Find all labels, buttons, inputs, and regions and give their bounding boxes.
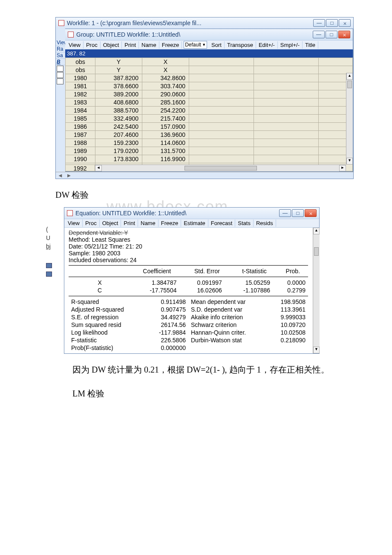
tb-stats[interactable]: Stats (235, 220, 254, 227)
cell-obs[interactable]: 1988 (66, 139, 95, 147)
series-icon[interactable] (57, 66, 63, 72)
cell-y[interactable]: 378.6600 (95, 82, 142, 90)
table-row[interactable]: 1985 332.4900 215.7400 (66, 115, 353, 123)
cell-x[interactable]: 157.0900 (142, 123, 189, 131)
series-icon[interactable] (57, 72, 63, 78)
cell-y[interactable]: 389.2000 (95, 90, 142, 98)
cell-y[interactable]: 173.8300 (95, 155, 142, 163)
horizontal-scrollbar[interactable]: ◄ ► (95, 165, 346, 171)
cell-obs[interactable]: 1983 (66, 98, 95, 107)
scroll-left-icon[interactable]: ◄ (95, 165, 102, 171)
cell-x[interactable]: 131.5700 (142, 147, 189, 155)
tb-object[interactable]: Object (100, 220, 121, 227)
tb-print[interactable]: Print (121, 220, 138, 227)
cell-x[interactable]: 290.0600 (142, 90, 189, 98)
cell-y[interactable]: 207.4600 (95, 131, 142, 139)
side-b[interactable]: B (56, 59, 66, 65)
cell-x[interactable]: 215.7400 (142, 115, 189, 123)
table-row[interactable]: 1987 207.4600 136.9600 (66, 131, 353, 139)
maximize-button[interactable]: □ (326, 31, 337, 38)
tb-freeze[interactable]: Freeze (159, 220, 181, 227)
table-row[interactable]: 1983 408.6800 285.1600 (66, 98, 353, 107)
series-icon[interactable] (57, 78, 63, 84)
cell-obs[interactable]: 1981 (66, 82, 95, 90)
cell-obs[interactable]: 1987 (66, 131, 95, 139)
tb-transpose[interactable]: Transpose (225, 41, 256, 49)
next-obs[interactable]: 1992 (65, 165, 95, 171)
scroll-down-icon[interactable]: ▼ (346, 158, 353, 165)
minimize-button[interactable]: — (313, 31, 325, 38)
cell-x[interactable]: 303.7400 (142, 82, 189, 90)
tb-estimate[interactable]: Estimate (181, 220, 208, 227)
cell-x[interactable]: 114.0600 (142, 139, 189, 147)
tb-forecast[interactable]: Forecast (208, 220, 236, 227)
table-row[interactable]: 1988 159.2300 114.0600 (66, 139, 353, 147)
table-row[interactable]: 1986 242.5400 157.0900 (66, 123, 353, 131)
table-row[interactable]: 1981 378.6600 303.7400 (66, 82, 353, 90)
scroll-thumb[interactable] (347, 81, 352, 88)
table-row[interactable]: 1984 388.5700 254.2200 (66, 107, 353, 115)
cell-obs[interactable]: 1984 (66, 107, 95, 115)
close-button[interactable]: ⨉ (305, 209, 317, 217)
minimize-button[interactable]: — (279, 209, 291, 217)
cell-y[interactable]: 242.5400 (95, 123, 142, 131)
close-button[interactable]: ⨉ (338, 31, 350, 38)
group-titlebar[interactable]: Group: UNTITLED Workfile: 1::Untitled\ —… (65, 29, 353, 40)
tb-name[interactable]: Name (138, 220, 159, 227)
maximize-button[interactable]: □ (292, 209, 304, 217)
tb-sort[interactable]: Sort (209, 41, 225, 49)
equation-titlebar[interactable]: Equation: UNTITLED Workfile: 1::Untitled… (64, 208, 319, 219)
tb-smpl[interactable]: Smpl+/- (278, 41, 303, 49)
table-row[interactable]: 1990 173.8300 116.9900 (66, 155, 353, 163)
close-button[interactable]: ⨉ (339, 19, 351, 27)
tb-view[interactable]: View (66, 41, 84, 49)
table-row[interactable]: 1980 387.8200 342.8600 (66, 74, 353, 82)
col-x[interactable]: X (142, 58, 189, 66)
col-obs[interactable]: obs (66, 58, 95, 66)
vertical-scrollbar[interactable]: ▲ ▼ (346, 73, 353, 165)
tb-freeze[interactable]: Freeze (159, 41, 182, 49)
cell-x[interactable]: 116.9900 (142, 155, 189, 163)
tb-proc[interactable]: Proc (84, 41, 101, 49)
cell-obs[interactable]: 1985 (66, 115, 95, 123)
cell-x[interactable]: 342.8600 (142, 74, 189, 82)
table-row[interactable]: 1989 179.0200 131.5700 (66, 147, 353, 155)
tb-proc[interactable]: Proc (83, 220, 100, 227)
tb-name[interactable]: Name (139, 41, 159, 49)
tb-view[interactable]: View (65, 220, 83, 227)
maximize-button[interactable]: □ (326, 19, 338, 27)
cell-obs[interactable]: 1986 (66, 123, 95, 131)
cell-editor[interactable]: 387. 82 (65, 49, 353, 58)
cell-y[interactable]: 332.4900 (95, 115, 142, 123)
tb-resids[interactable]: Resids (254, 220, 276, 227)
scroll-thumb[interactable] (314, 247, 319, 256)
cell-y[interactable]: 388.5700 (95, 107, 142, 115)
side-view[interactable]: View (56, 40, 66, 46)
table-row[interactable]: 1982 389.2000 290.0600 (66, 90, 353, 98)
tb-edit[interactable]: Edit+/- (256, 41, 278, 49)
cell-x[interactable]: 254.2200 (142, 107, 189, 115)
cell-obs[interactable]: 1990 (66, 155, 95, 163)
scroll-right-icon[interactable]: ► (339, 165, 346, 171)
tb-title[interactable]: Title (303, 41, 318, 49)
nav-arrows[interactable]: ◄ ► (58, 172, 72, 179)
scroll-up-icon[interactable]: ▲ (313, 228, 320, 234)
cell-y[interactable]: 408.6800 (95, 98, 142, 107)
vertical-scrollbar[interactable]: ▲ ▼ (313, 228, 320, 353)
minimize-button[interactable]: — (313, 19, 325, 27)
col-y[interactable]: Y (95, 66, 142, 74)
tb-mode-select[interactable]: Default ▼ (184, 41, 207, 49)
cell-x[interactable]: 136.9600 (142, 131, 189, 139)
scroll-up-icon[interactable]: ▲ (346, 73, 353, 80)
col-x[interactable]: X (142, 66, 189, 74)
cell-x[interactable]: 285.1600 (142, 98, 189, 107)
col-y[interactable]: Y (95, 58, 142, 66)
tb-print[interactable]: Print (122, 41, 139, 49)
scroll-down-icon[interactable]: ▼ (313, 347, 320, 353)
cell-y[interactable]: 387.8200 (95, 74, 142, 82)
workfile-titlebar[interactable]: Workfile: 1 - (c:\program files\eviews5\… (56, 17, 353, 29)
tb-object[interactable]: Object (101, 41, 122, 49)
cell-obs[interactable]: 1980 (66, 74, 95, 82)
col-obs[interactable]: obs (66, 66, 95, 74)
cell-y[interactable]: 179.0200 (95, 147, 142, 155)
